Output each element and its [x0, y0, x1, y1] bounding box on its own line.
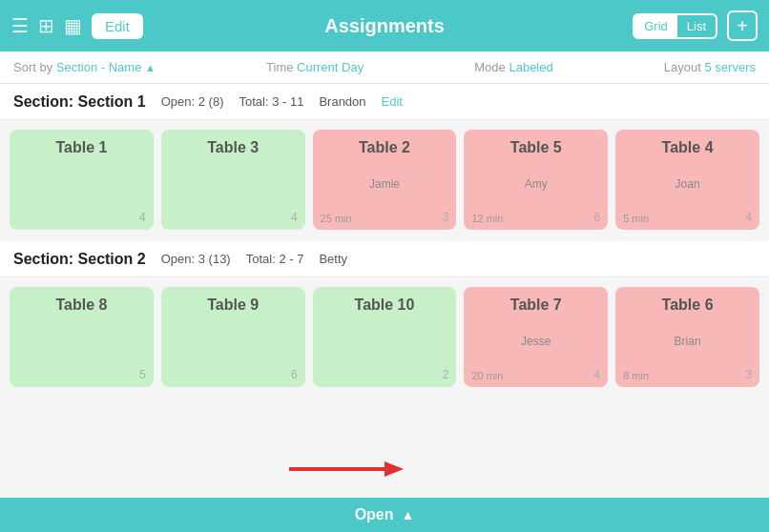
table-2-time: 25 min	[321, 213, 352, 224]
content-area: Section: Section 1 Open: 2 (8) Total: 3 …	[0, 84, 769, 498]
section-1-title: Section: Section 1	[13, 93, 146, 111]
section-block-1: Section: Section 1 Open: 2 (8) Total: 3 …	[0, 84, 769, 241]
header-right: Grid List +	[633, 10, 758, 41]
time-value: Current Day	[297, 60, 364, 74]
table-5-bottom: 12 min 6	[471, 211, 600, 224]
table-2-count: 3	[443, 211, 449, 224]
table-8-name: Table 8	[17, 297, 146, 314]
table-2-bottom: 25 min 3	[321, 211, 449, 224]
table-cell-2[interactable]: Table 2 Jamie 25 min 3	[313, 130, 457, 230]
header-left: ☰ ⊞ ▦ Edit	[11, 13, 143, 39]
table-1-bottom: 4	[17, 211, 146, 224]
section-2-grid: Table 8 5 Table 9 6 Table 10	[0, 277, 769, 399]
table-cell-3[interactable]: Table 3 4	[161, 130, 305, 230]
filter-toolbar: Sort by Section - Name ▲ Time Current Da…	[0, 51, 769, 84]
section-1-edit-button[interactable]: Edit	[382, 94, 403, 109]
table-9-count: 6	[291, 368, 298, 381]
table-4-server: Joan	[623, 177, 752, 191]
table-6-name: Table 6	[623, 297, 752, 314]
table-5-name: Table 5	[471, 139, 600, 156]
table-7-count: 4	[594, 368, 601, 381]
table-6-count: 3	[745, 368, 752, 381]
table-3-name: Table 3	[169, 139, 298, 156]
mode-label: Mode	[474, 60, 506, 74]
section-2-total: Total: 2 - 7	[246, 252, 304, 266]
table-5-time: 12 min	[471, 213, 503, 224]
section-1-open: Open: 2 (8)	[161, 94, 224, 109]
section-1-server: Brandon	[319, 94, 365, 109]
layout-label: Layout	[664, 60, 701, 74]
table-cell-5[interactable]: Table 5 Amy 12 min 6	[464, 130, 608, 230]
table-5-count: 6	[594, 211, 601, 224]
table-7-name: Table 7	[471, 297, 600, 314]
table-2-server: Jamie	[321, 177, 449, 191]
time-label: Time	[266, 60, 293, 74]
time-control[interactable]: Time Current Day	[266, 60, 364, 74]
sort-label: Sort by	[13, 60, 52, 74]
view-toggle[interactable]: Grid List	[633, 13, 717, 39]
grid-icon[interactable]: ⊞	[38, 14, 54, 37]
edit-button[interactable]: Edit	[92, 13, 143, 39]
section-header-2: Section: Section 2 Open: 3 (13) Total: 2…	[0, 241, 769, 277]
table-10-bottom: 2	[321, 368, 449, 381]
table-10-name: Table 10	[321, 297, 449, 314]
table-5-server: Amy	[471, 177, 600, 191]
section-2-title: Section: Section 2	[13, 251, 146, 268]
section-2-server: Betty	[319, 252, 347, 266]
table-cell-8[interactable]: Table 8 5	[10, 287, 154, 387]
section-block-2: Section: Section 2 Open: 3 (13) Total: 2…	[0, 241, 769, 399]
section-1-total: Total: 3 - 11	[239, 94, 303, 109]
table-cell-10[interactable]: Table 10 2	[313, 287, 457, 387]
table-2-name: Table 2	[321, 139, 449, 156]
table-6-server: Brian	[623, 335, 752, 348]
list-icon[interactable]: ☰	[11, 14, 29, 37]
list-toggle-btn[interactable]: List	[677, 15, 716, 37]
mode-value: Labeled	[509, 60, 552, 74]
table-3-bottom: 4	[169, 211, 298, 224]
table-8-bottom: 5	[17, 368, 146, 381]
layout-control[interactable]: Layout 5 servers	[664, 60, 756, 74]
layout-value: 5 servers	[705, 60, 756, 74]
section-2-open: Open: 3 (13)	[161, 252, 231, 266]
table-cell-6[interactable]: Table 6 Brian 8 min 3	[615, 287, 759, 387]
chart-icon[interactable]: ▦	[64, 14, 82, 37]
table-3-count: 4	[291, 211, 298, 224]
table-4-count: 4	[745, 211, 752, 224]
table-7-time: 20 min	[471, 370, 503, 381]
table-9-bottom: 6	[169, 368, 298, 381]
table-6-time: 8 min	[623, 370, 649, 381]
app-header: ☰ ⊞ ▦ Edit Assignments Grid List +	[0, 0, 769, 51]
sort-arrow-icon: ▲	[145, 62, 156, 73]
table-cell-4[interactable]: Table 4 Joan 5 min 4	[615, 130, 759, 230]
table-4-bottom: 5 min 4	[623, 211, 752, 224]
table-cell-7[interactable]: Table 7 Jesse 20 min 4	[464, 287, 608, 387]
table-8-count: 5	[139, 368, 146, 381]
table-7-bottom: 20 min 4	[471, 368, 600, 381]
table-7-server: Jesse	[471, 335, 600, 348]
add-button[interactable]: +	[727, 10, 758, 41]
table-4-name: Table 4	[623, 139, 752, 156]
table-6-bottom: 8 min 3	[623, 368, 752, 381]
mode-control[interactable]: Mode Labeled	[474, 60, 552, 74]
table-10-count: 2	[443, 368, 449, 381]
sort-value: Section - Name	[56, 60, 142, 74]
page-title: Assignments	[324, 15, 445, 37]
grid-toggle-btn[interactable]: Grid	[634, 15, 677, 37]
table-cell-1[interactable]: Table 1 4	[10, 130, 154, 230]
table-1-count: 4	[139, 211, 146, 224]
bottom-bar-arrow-icon: ▲	[402, 507, 415, 522]
table-9-name: Table 9	[169, 297, 298, 314]
section-header-1: Section: Section 1 Open: 2 (8) Total: 3 …	[0, 84, 769, 120]
table-cell-9[interactable]: Table 9 6	[161, 287, 305, 387]
bottom-bar-label: Open	[355, 506, 394, 523]
sort-control[interactable]: Sort by Section - Name ▲	[13, 60, 156, 74]
section-1-grid: Table 1 4 Table 3 4 Table 2 Jamie	[0, 120, 769, 241]
bottom-open-bar[interactable]: Open ▲	[0, 498, 769, 532]
table-1-name: Table 1	[17, 139, 146, 156]
table-4-time: 5 min	[623, 213, 649, 224]
